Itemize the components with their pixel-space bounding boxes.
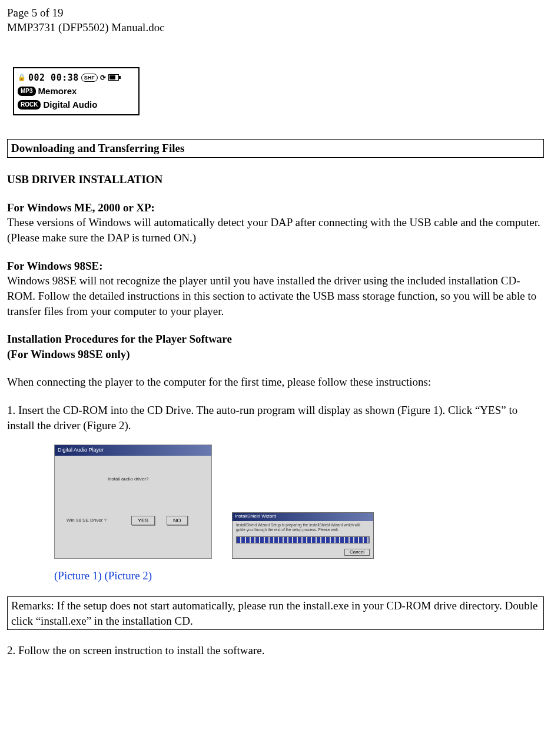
lcd-shf-badge: SHF (81, 74, 98, 82)
lcd-track-time: 002 00:38 (28, 72, 79, 84)
doc-filename: MMP3731 (DFP5502) Manual.doc (7, 21, 544, 35)
heading-win-98: For Windows 98SE: (7, 258, 544, 274)
heading-win-me: For Windows ME, 2000 or XP: (7, 200, 544, 215)
figures-row: Digital Audio Player Install audio drive… (54, 445, 544, 559)
step-1: 1. Insert the CD-ROM into the CD Drive. … (7, 403, 544, 433)
figure-2-cancel-button[interactable]: Cancel (344, 549, 370, 556)
paragraph-win-me: These versions of Windows will automatic… (7, 215, 544, 245)
figure-2-dialog: InstallShield Wizard InstallShield Wizar… (232, 512, 374, 559)
heading-install-proc-2: (For Windows 98SE only) (7, 347, 544, 362)
figure-1-yes-button[interactable]: YES (131, 516, 155, 525)
figure-2-body-text: InstallShield Wizard Setup is preparing … (233, 521, 373, 534)
paragraph-connecting: When connecting the player to the comput… (7, 374, 544, 390)
page-number: Page 5 of 19 (7, 6, 544, 21)
lock-icon: 🔒 (18, 73, 26, 82)
section-title: Downloading and Transferring Files (7, 139, 544, 158)
figure-2-progress-bar (236, 536, 370, 543)
remarks-box: Remarks: If the setup does not start aut… (7, 596, 544, 630)
figure-1-message: Install audio driver? (108, 476, 148, 483)
battery-icon (108, 74, 119, 81)
figure-1-titlebar: Digital Audio Player (55, 445, 211, 456)
lcd-mp3-badge: MP3 (18, 87, 36, 96)
heading-install-proc-1: Installation Procedures for the Player S… (7, 331, 544, 347)
heading-usb-install: USB DRIVER INSTALLATION (7, 172, 544, 187)
lcd-screenshot: 🔒 002 00:38 SHF ⟳ MP3 Memorex ROCK Digit… (13, 67, 140, 115)
figure-2-titlebar: InstallShield Wizard (233, 513, 373, 521)
lcd-line3: Digital Audio (43, 99, 97, 111)
repeat-icon: ⟳ (100, 73, 106, 82)
figure-1-dialog: Digital Audio Player Install audio drive… (54, 445, 212, 559)
lcd-rock-badge: ROCK (18, 100, 41, 110)
lcd-line2: Memorex (38, 85, 77, 97)
step-2: 2. Follow the on screen instruction to i… (7, 643, 544, 658)
paragraph-win-98: Windows 98SE will not recognize the play… (7, 273, 544, 319)
figure-captions: (Picture 1) (Picture 2) (54, 568, 544, 583)
figure-1-label: Win 98 SE Driver ? (67, 518, 107, 524)
figure-1-no-button[interactable]: NO (167, 516, 188, 525)
